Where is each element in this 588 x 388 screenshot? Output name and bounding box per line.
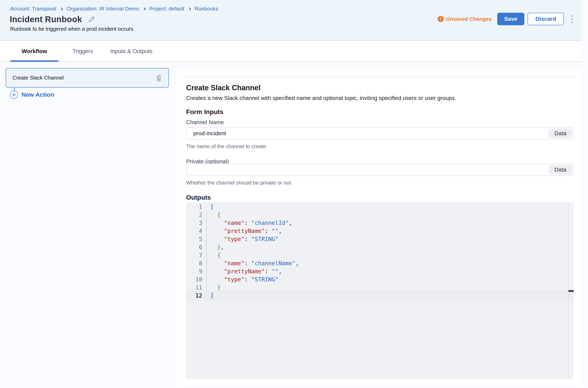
code-text: "name": "channelName", [210,259,299,267]
line-number: 3 [186,219,202,227]
line-number: 8 [186,259,202,267]
private-input[interactable] [186,164,574,176]
more-options-button[interactable] [570,14,574,24]
code-line-10: 10 "type": "STRING" [186,276,574,284]
save-button[interactable]: Save [497,13,524,25]
code-text: }, [210,243,224,251]
action-heading: Create Slack Channel [186,84,261,92]
code-text: { [210,211,221,219]
code-line-3: 3 "name": "channelId", [186,219,574,227]
tab-inputs-outputs[interactable]: Inputs & Outputs [107,41,156,61]
new-action-label: New Action [21,91,54,98]
unsaved-changes-badge: ! Unsaved Changes [438,16,492,22]
editor-scrollbar-cursor-marker [568,290,574,292]
code-line-7: 7 { [186,251,574,259]
breadcrumb: Account: Transposit Organization: IR Int… [10,6,218,12]
unsaved-changes-label: Unsaved Changes [446,16,492,22]
channel-name-label: Channel Name [186,119,224,125]
code-line-1: 1[ [186,203,574,211]
code-text: ] [210,292,214,300]
tab-triggers-label: Triggers [73,48,93,54]
channel-name-input[interactable] [186,127,574,140]
private-field: Data [186,164,574,176]
code-line-6: 6 }, [186,243,574,251]
page-title: Incident Runbook [10,15,82,24]
line-number: 10 [186,276,202,284]
channel-name-field: Data [186,127,574,140]
form-inputs-heading: Form Inputs [186,108,223,116]
kebab-dot [571,15,573,17]
code-text: "prettyName": "", [210,267,282,276]
tab-bar: Workflow Triggers Inputs & Outputs [0,41,588,62]
edit-title-button[interactable] [88,16,95,23]
code-lines: 1[2 {3 "name": "channelId",4 "prettyName… [186,203,574,300]
line-number: 7 [186,251,202,259]
pencil-icon [88,16,95,23]
breadcrumb-runbooks[interactable]: Runbooks [195,6,218,12]
page-header: Account: Transposit Organization: IR Int… [0,0,588,41]
tab-inputs-outputs-label: Inputs & Outputs [110,48,153,54]
code-text: } [210,284,221,292]
kebab-dot [571,21,573,23]
private-data-button[interactable]: Data [549,165,572,174]
line-number: 9 [186,267,202,276]
channel-name-helper: The name of the channel to create [186,143,266,150]
code-text: { [210,251,221,259]
chevron-right-icon [142,7,146,10]
code-line-12: 12] [186,292,574,300]
tab-workflow-label: Workflow [22,48,47,54]
breadcrumb-project[interactable]: Project: default [149,6,184,12]
code-text: "name": "channelId", [210,219,292,227]
page-subtitle: Runbook to be triggered when a prod inci… [10,26,133,32]
outputs-code-editor[interactable]: 1[2 {3 "name": "channelId",4 "prettyName… [186,202,574,379]
discard-button[interactable]: Discard [528,13,564,25]
action-card-title: Create Slack Channel [13,75,155,81]
line-number: 4 [186,227,202,235]
breadcrumb-organization[interactable]: Organization: IR Internal Demo [66,6,139,12]
detail-divider [186,77,574,77]
line-number: 6 [186,243,202,251]
trash-icon [155,74,162,82]
code-text: "type": "STRING" [210,235,278,243]
chevron-right-icon [60,7,63,10]
plus-circle-icon: + [10,90,18,99]
line-number: 11 [186,284,202,292]
line-number: 12 [186,292,202,300]
code-text: [ [210,203,214,211]
code-line-2: 2 { [186,211,574,219]
tab-workflow[interactable]: Workflow [10,41,59,61]
line-number: 1 [186,203,202,211]
code-line-8: 8 "name": "channelName", [186,259,574,267]
channel-name-data-button[interactable]: Data [549,129,572,138]
delete-action-button[interactable] [155,74,162,82]
kebab-dot [571,18,573,20]
tab-triggers[interactable]: Triggers [59,41,107,61]
chevron-right-icon [188,7,191,10]
line-number: 5 [186,235,202,243]
code-text: "prettyName": "", [210,227,282,235]
new-action-button[interactable]: + New Action [10,90,54,99]
private-helper: Whether the channel should be private or… [186,180,291,186]
code-line-11: 11 } [186,284,574,292]
page-scrollbar-track[interactable] [582,0,588,388]
alert-circle-icon: ! [438,16,444,22]
code-line-5: 5 "type": "STRING" [186,235,574,243]
action-card-create-slack-channel[interactable]: Create Slack Channel [6,68,169,88]
active-tab-underline [10,60,59,62]
action-detail-panel: Create Slack Channel Creates a new Slack… [176,68,582,387]
app-root: Account: Transposit Organization: IR Int… [0,0,588,388]
outputs-heading: Outputs [186,194,211,201]
code-line-9: 9 "prettyName": "", [186,267,574,276]
header-actions: ! Unsaved Changes Save Discard [438,13,574,25]
line-number: 2 [186,211,202,219]
code-text: "type": "STRING" [210,276,278,284]
action-description: Creates a new Slack channel with specifi… [186,95,456,101]
breadcrumb-account[interactable]: Account: Transposit [10,6,56,12]
code-line-4: 4 "prettyName": "", [186,227,574,235]
